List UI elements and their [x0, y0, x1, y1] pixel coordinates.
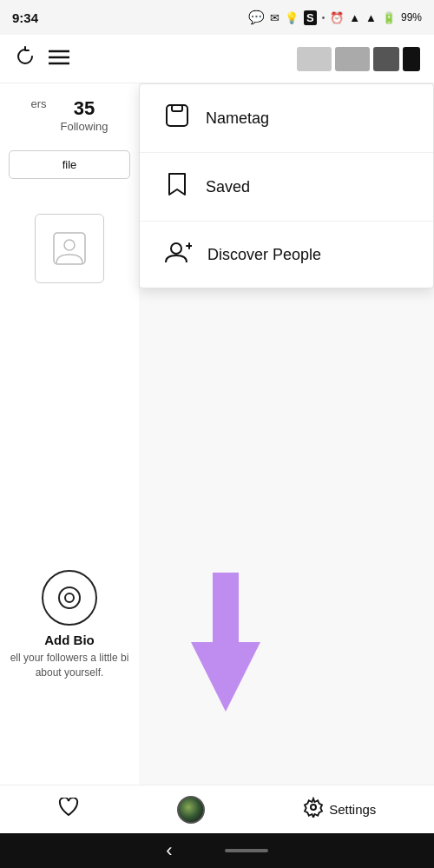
svg-rect-8 [172, 105, 182, 111]
heart-icon [58, 798, 79, 822]
menu-item-saved[interactable]: Saved [140, 153, 433, 222]
signal-icon: ▲ [365, 11, 377, 24]
bottom-nav-profile[interactable] [177, 796, 205, 824]
s-icon: S [304, 10, 317, 25]
menu-icon[interactable] [49, 48, 69, 70]
edit-profile-button[interactable]: file [9, 150, 130, 179]
saved-label: Saved [206, 178, 250, 196]
nav-left [14, 45, 69, 73]
top-nav [0, 35, 434, 83]
main-content: ers 35 Following file [0, 83, 434, 819]
bio-circle-icon [42, 570, 97, 626]
status-bar: 9:34 💬 ✉ 💡 S • ⏰ ▲ ▲ 🔋 99% [0, 0, 434, 35]
settings-icon [303, 797, 324, 823]
message-icon: ✉ [270, 11, 279, 24]
profile-left-panel: ers 35 Following file [0, 83, 139, 819]
status-icons: 💬 ✉ 💡 S • ⏰ ▲ ▲ 🔋 99% [248, 10, 422, 25]
discover-people-label: Discover People [207, 246, 321, 264]
add-bio-title[interactable]: Add Bio [9, 633, 130, 647]
bottom-nav-settings[interactable]: Settings [303, 797, 376, 823]
svg-point-13 [311, 805, 316, 810]
following-label: Following [61, 120, 108, 133]
bottom-nav-heart[interactable] [58, 798, 79, 822]
menu-item-nametag[interactable]: Nametag [140, 84, 433, 153]
color-block-4 [403, 47, 420, 71]
color-blocks [297, 47, 420, 71]
color-block-2 [335, 47, 370, 71]
home-indicator [225, 849, 268, 852]
discover-people-icon [164, 241, 192, 268]
saved-icon [164, 172, 190, 202]
nametag-label: Nametag [206, 109, 269, 128]
bottom-nav: Settings [0, 785, 434, 833]
whatsapp-icon: 💬 [248, 10, 265, 25]
back-button[interactable]: ‹ [166, 839, 172, 862]
dropdown-menu: Nametag Saved Discover People [139, 83, 434, 288]
profile-avatar-icon [177, 796, 205, 824]
profile-stats: ers 35 Following [0, 83, 139, 142]
svg-point-4 [64, 240, 75, 250]
svg-marker-12 [191, 573, 260, 712]
color-block-1 [297, 47, 332, 71]
svg-point-6 [65, 593, 74, 602]
following-count: 35 [61, 97, 108, 120]
svg-rect-3 [54, 233, 85, 264]
bio-section: Add Bio ell your followers a little bi a… [9, 570, 130, 680]
svg-rect-7 [167, 105, 187, 126]
svg-point-9 [171, 243, 181, 254]
purple-arrow-container [191, 573, 260, 715]
menu-item-discover[interactable]: Discover People [140, 222, 433, 288]
bulb-icon: 💡 [285, 11, 299, 24]
bio-description: ell your followers a little bi about you… [9, 651, 130, 680]
android-nav: ‹ [0, 833, 434, 868]
followers-label: ers [31, 97, 47, 110]
color-block-3 [373, 47, 399, 71]
nametag-icon [164, 103, 190, 133]
wifi-icon: ▲ [349, 11, 360, 24]
battery-percent: 99% [401, 11, 422, 23]
status-time: 9:34 [12, 10, 38, 25]
svg-point-5 [59, 587, 80, 608]
profile-photo-placeholder [35, 214, 104, 283]
settings-label: Settings [329, 802, 376, 817]
history-icon[interactable] [14, 45, 36, 73]
purple-arrow [191, 573, 260, 712]
dot-icon: • [322, 13, 326, 23]
alarm-icon: ⏰ [330, 11, 344, 24]
battery-icon: 🔋 [382, 11, 396, 24]
